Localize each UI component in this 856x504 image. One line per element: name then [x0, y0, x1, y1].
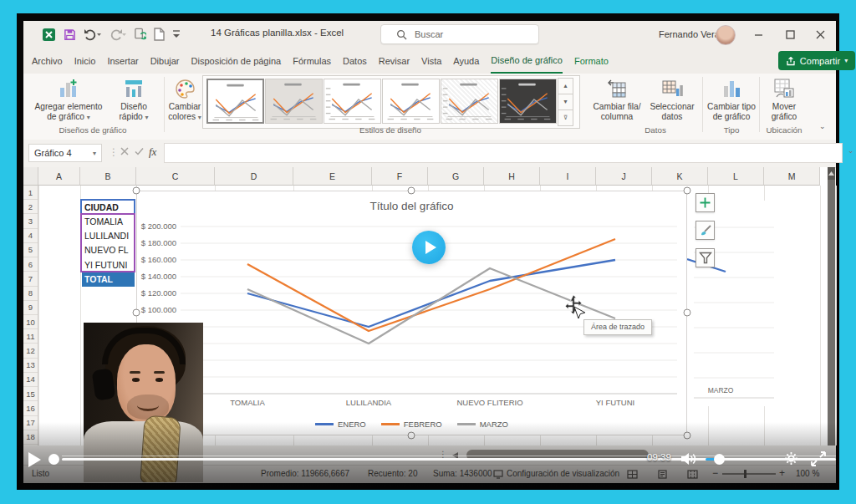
tab-inicio[interactable]: Inicio: [74, 49, 96, 73]
style-thumbnail-4[interactable]: [382, 79, 440, 124]
quick-layout-button[interactable]: Diseño rápido: [110, 76, 157, 123]
column-header-B[interactable]: B: [80, 167, 136, 186]
row-header-13[interactable]: 13: [23, 359, 38, 373]
customize-toolbar-icon[interactable]: [172, 29, 181, 39]
tab-diseño-de-gráfico[interactable]: Diseño de gráfico: [491, 48, 563, 74]
save-icon[interactable]: [64, 28, 76, 41]
cancel-entry-icon[interactable]: [120, 146, 129, 158]
add-chart-element-button[interactable]: Agregar elemento de gráfico: [30, 76, 107, 123]
switch-row-column-button[interactable]: Cambiar fila/ columna: [590, 76, 644, 122]
gallery-scroll-down-button[interactable]: ▼: [558, 94, 573, 110]
avatar[interactable]: [716, 25, 736, 45]
chart-selection-handle[interactable]: [684, 309, 691, 317]
chart-title[interactable]: Título del gráfico: [137, 200, 686, 212]
row-header-9[interactable]: 9: [23, 301, 38, 315]
column-header-K[interactable]: K: [652, 167, 708, 186]
row-header-8[interactable]: 8: [23, 287, 38, 301]
style-thumbnail-6[interactable]: [499, 79, 557, 124]
tab-ayuda[interactable]: Ayuda: [453, 49, 479, 73]
cell-B7[interactable]: TOTAL: [82, 272, 135, 286]
style-thumbnail-5[interactable]: [441, 79, 498, 124]
fullscreen-icon[interactable]: [811, 451, 826, 470]
tab-fórmulas[interactable]: Fórmulas: [293, 49, 331, 73]
svg-text:YI FUTUNI: YI FUTUNI: [596, 398, 634, 407]
collapse-ribbon-icon[interactable]: ⌄: [819, 122, 826, 130]
column-header-F[interactable]: F: [372, 167, 428, 186]
volume-knob[interactable]: [714, 454, 725, 465]
chart-selection-handle[interactable]: [408, 187, 415, 195]
maximize-button[interactable]: [782, 28, 797, 41]
chart-styles-button[interactable]: [696, 221, 715, 240]
redo-icon[interactable]: [109, 28, 126, 41]
column-header-C[interactable]: C: [136, 167, 215, 186]
row-header-2[interactable]: 2: [23, 200, 38, 214]
volume-icon[interactable]: [680, 452, 698, 469]
change-chart-type-button[interactable]: Cambiar tipo de gráfico: [706, 76, 757, 122]
row-header-15[interactable]: 15: [23, 387, 38, 401]
style-thumbnail-3[interactable]: [324, 79, 381, 124]
row-header-10[interactable]: 10: [23, 315, 38, 329]
column-header-D[interactable]: D: [215, 167, 293, 186]
share-button[interactable]: Compartir: [778, 51, 855, 70]
big-play-button[interactable]: [412, 231, 446, 264]
column-header-L[interactable]: L: [708, 167, 764, 186]
gallery-scroll-up-button[interactable]: ▲: [558, 78, 573, 94]
scroll-up-icon[interactable]: [828, 167, 835, 180]
tab-insertar[interactable]: Insertar: [107, 49, 138, 73]
column-header-M[interactable]: M: [764, 167, 820, 186]
row-header-1[interactable]: 1: [23, 186, 38, 200]
tab-disposición-de-página[interactable]: Disposición de página: [191, 49, 282, 73]
row-header-12[interactable]: 12: [23, 344, 38, 358]
gallery-more-button[interactable]: ⊽: [558, 109, 573, 126]
column-header-G[interactable]: G: [428, 167, 484, 186]
row-header-16[interactable]: 16: [23, 401, 38, 415]
playhead-knob[interactable]: [48, 454, 59, 465]
style-thumbnail-2[interactable]: [265, 79, 323, 124]
tab-vista[interactable]: Vista: [421, 49, 441, 73]
format-painter-icon[interactable]: [134, 28, 146, 41]
close-button[interactable]: [813, 28, 828, 41]
chart-elements-button[interactable]: [696, 193, 715, 212]
tab-datos[interactable]: Datos: [343, 49, 367, 73]
chart-selection-handle[interactable]: [684, 187, 691, 195]
undo-icon[interactable]: [84, 28, 101, 41]
confirm-entry-icon[interactable]: [135, 146, 144, 158]
account-name[interactable]: Fernando Vera: [659, 29, 720, 39]
row-header-3[interactable]: 3: [23, 214, 38, 228]
vertical-scrollbar[interactable]: [828, 167, 835, 445]
settings-gear-icon[interactable]: [784, 451, 798, 469]
column-header-A[interactable]: A: [38, 167, 80, 186]
tab-revisar[interactable]: Revisar: [379, 49, 410, 73]
change-colors-button[interactable]: Cambiar colores: [167, 76, 202, 123]
tab-archivo[interactable]: Archivo: [32, 49, 63, 73]
row-header-4[interactable]: 4: [23, 229, 38, 243]
style-thumbnail-1[interactable]: [206, 79, 264, 124]
row-header-11[interactable]: 11: [23, 329, 38, 344]
selected-line-chart[interactable]: $ 200.000$ 180.000$ 160.000$ 140.000$ 12…: [136, 191, 687, 435]
minimize-button[interactable]: [751, 28, 766, 41]
formula-bar-expand-icon[interactable]: ⌄: [848, 146, 854, 155]
chart-selection-handle[interactable]: [133, 309, 140, 317]
column-header-E[interactable]: E: [293, 167, 372, 186]
row-header-6[interactable]: 6: [23, 257, 38, 272]
row-header-5[interactable]: 5: [23, 243, 38, 257]
new-document-icon[interactable]: [154, 28, 165, 41]
column-header-I[interactable]: I: [540, 167, 596, 186]
add-chart-element-icon: [30, 76, 107, 99]
move-chart-button[interactable]: Mover gráfico: [762, 76, 806, 122]
row-header-7[interactable]: 7: [23, 272, 38, 286]
row-header-14[interactable]: 14: [23, 373, 38, 387]
tab-dibujar[interactable]: Dibujar: [150, 49, 180, 73]
column-header-H[interactable]: H: [484, 167, 540, 186]
insert-function-icon[interactable]: fx: [149, 145, 156, 159]
play-button[interactable]: [28, 452, 41, 467]
chart-selection-handle[interactable]: [133, 187, 140, 195]
column-header-J[interactable]: J: [596, 167, 652, 186]
chart-filters-button[interactable]: [696, 248, 715, 267]
name-box[interactable]: Gráfico 4 ▾: [28, 144, 102, 162]
search-input[interactable]: Buscar: [380, 24, 539, 44]
tab-formato[interactable]: Formato: [574, 49, 609, 73]
formula-input[interactable]: [164, 143, 843, 163]
select-all-corner[interactable]: [23, 167, 38, 186]
select-data-button[interactable]: Seleccionar datos: [645, 76, 699, 122]
